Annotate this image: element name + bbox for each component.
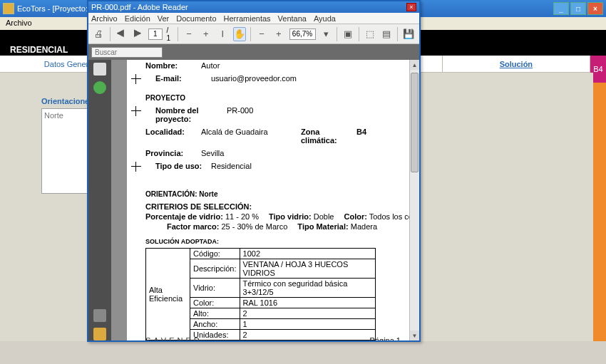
scroll-up-icon[interactable]: ▲ [410, 60, 419, 70]
page-number-input[interactable]: 1 [148, 28, 162, 40]
toolbar-sep [110, 27, 111, 41]
table-row: Descripción: [190, 259, 240, 279]
menu-herramientas[interactable]: Herramientas [224, 14, 271, 23]
app-icon [3, 3, 14, 14]
lbl-np: Nombre del proyecto: [155, 106, 227, 123]
table-row: Alto: [190, 308, 240, 319]
solucion-table: Alta EficienciaCódigo:1002 Descripción:V… [145, 248, 376, 340]
section-proyecto: PROYECTO [145, 94, 401, 102]
page-total: / 1 [167, 26, 174, 42]
lbl-tipo: Tipo de uso: [155, 162, 211, 170]
zoom-in-icon[interactable]: + [200, 27, 212, 41]
zoom-level-input[interactable]: 66,7% [289, 28, 316, 40]
table-row: Color: [190, 298, 240, 308]
zoom-out-icon[interactable]: − [183, 27, 195, 41]
zoom-dropdown-icon[interactable]: ▾ [320, 27, 333, 41]
fit-page-icon[interactable]: ▤ [380, 27, 393, 41]
bg-tab-label: RESIDENCIAL [10, 45, 68, 55]
val-email: usuario@proveedor.com [211, 74, 297, 83]
criterios-header: CRITERIOS DE SELECCIÓN: [145, 202, 401, 211]
table-group: Alta Eficiencia [146, 249, 190, 340]
help-icon[interactable] [93, 81, 106, 94]
table-row: Vidrio: [190, 279, 240, 298]
val-np: PR-000 [227, 106, 253, 123]
toolbar-sep [337, 27, 337, 41]
page-footer: SAVENER Página 1 [145, 336, 401, 340]
toolbar-sep [359, 27, 359, 41]
fit-width-icon[interactable]: ⬚ [364, 27, 376, 41]
prev-page-icon[interactable]: ⯇ [115, 27, 128, 41]
val-tipo: Residencial [211, 162, 252, 170]
crosshair-icon [131, 162, 141, 172]
menu-ventana[interactable]: Ventana [278, 14, 307, 23]
thumbnails-icon[interactable] [93, 63, 106, 76]
menu-ayuda[interactable]: Ayuda [314, 14, 336, 23]
table-row: Ancho: [190, 319, 240, 330]
toolbar-sep [178, 27, 178, 41]
nav-solucion[interactable]: Solución [443, 56, 590, 72]
reader-menubar: Archivo Edición Ver Documento Herramient… [88, 13, 419, 24]
lbl-zona: Zona climática: [301, 128, 356, 145]
brand-savener: SAVENER [145, 336, 202, 340]
menu-edicion[interactable]: Edición [125, 14, 150, 23]
scroll-thumb[interactable] [411, 73, 418, 172]
toolbar-sep [397, 27, 398, 41]
menu-ver[interactable]: Ver [158, 14, 170, 23]
next-page-icon[interactable]: ⯈ [131, 27, 144, 41]
reader-toolbar: 🖨 ⯇ ⯈ 1 / 1 − + I ✋ − + 66,7% ▾ ▣ ⬚ ▤ 💾 [88, 24, 419, 44]
lbl-nombre: Nombre: [145, 61, 201, 70]
pdf-reader-window: PR-000.pdf - Adobe Reader × Archivo Edic… [87, 0, 421, 342]
bg-maximize-button[interactable]: □ [570, 2, 586, 15]
print-icon[interactable]: 🖨 [93, 27, 106, 41]
bg-minimize-button[interactable]: _ [553, 2, 569, 15]
solucion-header: SOLUCIÓN ADOPTADA: [145, 238, 401, 245]
document-viewport[interactable]: Nombre:Autor E-mail:usuario@proveedor.co… [111, 60, 419, 340]
select-tool-icon[interactable]: I [217, 27, 230, 41]
menu-documento[interactable]: Documento [176, 14, 216, 23]
reader-title: PR-000.pdf - Adobe Reader [91, 3, 406, 11]
bg-close-button[interactable]: × [587, 2, 603, 15]
vertical-scrollbar[interactable]: ▲ ▼ [409, 60, 419, 340]
list-item[interactable]: Norte [44, 111, 63, 120]
criterios-block: CRITERIOS DE SELECCIÓN: Porcentaje de vi… [145, 202, 401, 231]
val-prov: Sevilla [201, 149, 224, 157]
scroll-down-icon[interactable]: ▼ [410, 331, 419, 340]
table-row: Código: [190, 249, 240, 259]
menu-archivo[interactable]: Archivo [91, 14, 118, 23]
camera-icon[interactable]: ▣ [341, 27, 354, 41]
find-bar [88, 44, 419, 60]
pdf-page: Nombre:Autor E-mail:usuario@proveedor.co… [127, 60, 415, 340]
reader-sidepanel [88, 60, 111, 340]
crosshair-icon [131, 74, 141, 84]
find-input[interactable] [91, 47, 163, 58]
val-nombre: Autor [201, 61, 220, 70]
val-loc: Alcalá de Guadaira [201, 128, 301, 145]
crosshair-icon [131, 106, 141, 116]
lbl-prov: Provincia: [145, 149, 201, 157]
side-strip-orange [593, 83, 606, 341]
section-orientacion: ORIENTACIÓN: Norte [145, 190, 401, 198]
reader-titlebar[interactable]: PR-000.pdf - Adobe Reader × [88, 1, 419, 13]
attachment-icon[interactable] [93, 309, 106, 322]
val-zona: B4 [356, 128, 366, 145]
zoom-out2-icon[interactable]: − [255, 27, 268, 41]
lbl-email: E-mail: [155, 74, 211, 83]
page-number: Página 1 [370, 336, 401, 340]
lbl-loc: Localidad: [145, 128, 201, 145]
toolbar-sep [250, 27, 251, 41]
save-icon[interactable]: 💾 [402, 27, 415, 41]
comments-icon[interactable] [93, 328, 106, 340]
hand-tool-icon[interactable]: ✋ [233, 27, 246, 41]
zoom-in2-icon[interactable]: + [272, 27, 285, 41]
reader-close-button[interactable]: × [406, 3, 416, 11]
